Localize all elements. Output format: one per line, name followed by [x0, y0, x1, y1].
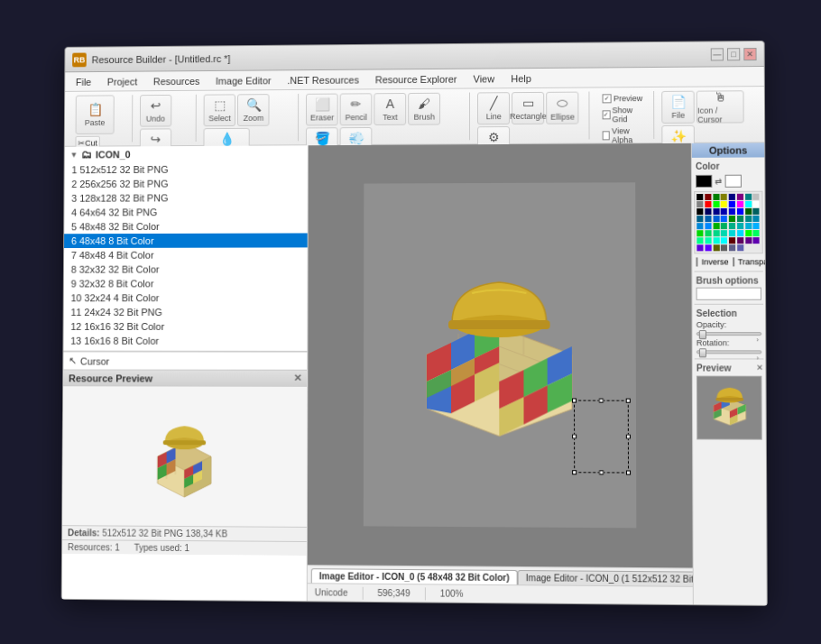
tree-item-8[interactable]: 8 32x32 32 Bit Color	[64, 262, 308, 276]
color-swatch[interactable]	[713, 208, 719, 215]
tree-item-2[interactable]: 2 256x256 32 Bit PNG	[64, 176, 307, 191]
color-swatch[interactable]	[752, 194, 759, 200]
color-swatch[interactable]	[713, 201, 719, 207]
menu-resources[interactable]: Resources	[146, 73, 207, 87]
color-swatch[interactable]	[713, 223, 719, 229]
color-swatch[interactable]	[721, 237, 727, 244]
sel-handle-bm[interactable]	[599, 470, 604, 474]
color-swatch[interactable]	[721, 208, 727, 215]
color-swatch[interactable]	[737, 223, 743, 229]
color-swatch[interactable]	[753, 230, 760, 236]
color-swatch[interactable]	[705, 194, 711, 200]
color-swatch[interactable]	[721, 194, 727, 200]
preview-checkbox[interactable]	[603, 94, 612, 103]
tree-item-6[interactable]: 6 48x48 8 Bit Color	[64, 233, 308, 248]
tree-root[interactable]: ▼ 🗂 ICON_0	[65, 145, 308, 162]
close-button[interactable]: ✕	[743, 48, 756, 60]
color-swatch[interactable]	[737, 208, 743, 215]
color-swatch[interactable]	[696, 208, 703, 215]
foreground-color-box[interactable]	[696, 175, 712, 188]
color-swatch[interactable]	[753, 208, 760, 215]
zoom-button[interactable]: 🔍 Zoom	[237, 94, 270, 126]
color-swatch[interactable]	[729, 216, 735, 222]
color-swatch[interactable]	[753, 223, 760, 229]
tree-item-13[interactable]: 13 16x16 8 Bit Color	[63, 334, 307, 348]
show-grid-checkbox-row[interactable]: Show Grid	[599, 105, 647, 124]
tree-item-12[interactable]: 12 16x16 32 Bit Color	[64, 319, 308, 334]
color-swatch[interactable]	[705, 237, 711, 244]
tree-item-11[interactable]: 11 24x24 32 Bit PNG	[64, 305, 308, 319]
color-swatch[interactable]	[729, 208, 735, 215]
menu-view[interactable]: View	[466, 71, 503, 86]
tree-item-3[interactable]: 3 128x128 32 Bit PNG	[64, 190, 307, 206]
tree-item-7[interactable]: 7 48x48 4 Bit Color	[64, 247, 308, 262]
color-swatch[interactable]	[729, 194, 735, 200]
menu-image-editor[interactable]: Image Editor	[208, 73, 278, 87]
color-swap-arrow[interactable]: ⇄	[715, 177, 722, 186]
tab-0[interactable]: Image Editor - ICON_0 (5 48x48 32 Bit Co…	[311, 568, 518, 584]
preview-checkbox-row[interactable]: Preview	[599, 93, 647, 104]
color-swatch[interactable]	[721, 244, 727, 251]
color-swatch[interactable]	[729, 230, 735, 236]
undo-button[interactable]: ↩ Undo	[140, 95, 171, 127]
preview-close-button[interactable]: ✕	[293, 373, 301, 384]
inverse-swatch[interactable]	[696, 257, 697, 266]
color-swatch[interactable]	[721, 216, 727, 222]
color-swatch[interactable]	[705, 244, 711, 251]
color-swatch[interactable]	[753, 216, 760, 222]
color-swatch[interactable]	[745, 208, 752, 215]
color-swatch[interactable]	[745, 216, 752, 222]
color-swatch[interactable]	[737, 201, 743, 207]
color-swatch[interactable]	[745, 230, 752, 236]
file-button[interactable]: 📄 File	[661, 91, 695, 124]
color-swatch[interactable]	[696, 194, 703, 200]
rotation-slider-thumb[interactable]	[699, 348, 706, 357]
color-swatch[interactable]	[696, 237, 703, 244]
color-swatch[interactable]	[721, 201, 727, 207]
paste-button[interactable]: 📋 Paste	[76, 95, 115, 134]
icon-cursor-button[interactable]: 🖱 Icon / Cursor	[696, 90, 744, 123]
color-swatch[interactable]	[696, 216, 703, 222]
transparent-swatch[interactable]	[733, 257, 734, 266]
pencil-button[interactable]: ✏ Pencil	[340, 93, 373, 125]
color-swatch[interactable]	[729, 201, 735, 207]
color-swatch[interactable]	[713, 216, 719, 222]
color-swatch[interactable]	[696, 230, 703, 236]
menu-resource-explorer[interactable]: Resource Explorer	[368, 71, 465, 87]
background-color-box[interactable]	[725, 175, 742, 188]
color-swatch[interactable]	[737, 194, 743, 200]
color-swatch[interactable]	[729, 237, 735, 244]
color-swatch[interactable]	[737, 216, 743, 222]
color-swatch[interactable]	[745, 194, 752, 200]
color-swatch[interactable]	[713, 244, 719, 251]
color-swatch[interactable]	[713, 237, 719, 244]
color-swatch[interactable]	[721, 223, 727, 229]
menu-net-resources[interactable]: .NET Resources	[280, 72, 366, 87]
rectangle-button[interactable]: ▭ Rectangle	[512, 92, 544, 124]
color-swatch[interactable]	[737, 230, 743, 236]
menu-file[interactable]: File	[69, 74, 98, 88]
tree-item-4[interactable]: 4 64x64 32 Bit PNG	[64, 205, 307, 220]
color-swatch[interactable]	[705, 201, 711, 207]
view-alpha-checkbox-row[interactable]: View Alpha	[599, 125, 647, 145]
color-swatch[interactable]	[696, 223, 703, 229]
resource-tree[interactable]: ▼ 🗂 ICON_0 1 512x512 32 Bit PNG 2 256x25…	[63, 145, 308, 352]
tree-item-1[interactable]: 1 512x512 32 Bit PNG	[65, 161, 308, 177]
color-swatch[interactable]	[729, 244, 735, 251]
brush-button[interactable]: 🖌 Brush	[408, 93, 440, 125]
color-swatch[interactable]	[753, 201, 760, 207]
tree-item-9[interactable]: 9 32x32 8 Bit Color	[64, 276, 308, 290]
color-swatch[interactable]	[729, 223, 735, 229]
color-swatch[interactable]	[737, 244, 743, 251]
color-swatch[interactable]	[745, 201, 752, 207]
color-swatch[interactable]	[745, 237, 752, 244]
view-alpha-checkbox[interactable]	[603, 131, 610, 140]
text-button[interactable]: A Text	[374, 93, 406, 125]
sel-handle-tr[interactable]	[625, 399, 630, 403]
color-swatch[interactable]	[705, 208, 711, 215]
color-swatch[interactable]	[713, 194, 719, 200]
color-swatch[interactable]	[696, 201, 703, 207]
canvas-container[interactable]	[308, 143, 693, 568]
color-swatch[interactable]	[753, 237, 760, 244]
tree-item-10[interactable]: 10 32x24 4 Bit Color	[64, 290, 308, 305]
